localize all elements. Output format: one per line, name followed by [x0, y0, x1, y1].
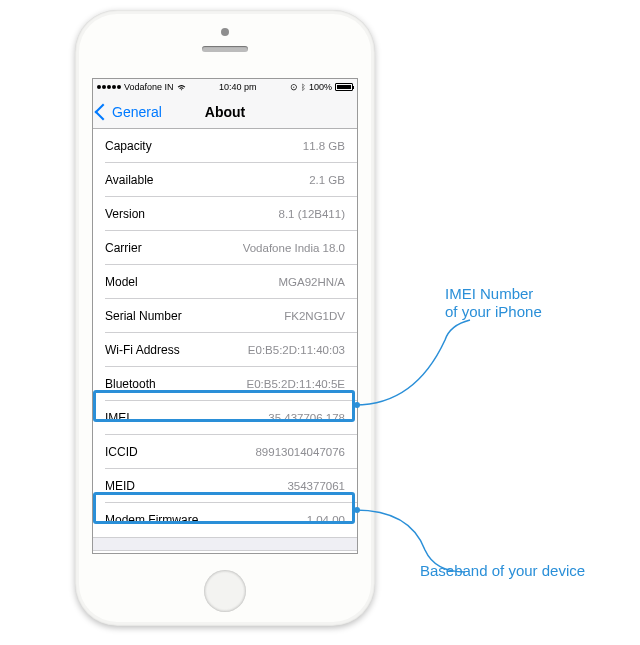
row-wi-fi-address[interactable]: Wi-Fi AddressE0:B5:2D:11:40:03: [93, 333, 357, 367]
row-label: Modem Firmware: [105, 513, 198, 527]
row-value: 2.1 GB: [309, 174, 345, 186]
annotation-baseband: Baseband of your device: [420, 562, 585, 580]
row-value: 8.1 (12B411): [279, 208, 346, 220]
row-carrier[interactable]: CarrierVodafone India 18.0: [93, 231, 357, 265]
battery-icon: [335, 83, 353, 91]
row-imei[interactable]: IMEI35 437706 178: [93, 401, 357, 435]
back-label: General: [112, 104, 162, 120]
clock: 10:40 pm: [219, 82, 257, 92]
seid-group: SEID: [93, 550, 357, 553]
carrier-label: Vodafone IN: [124, 82, 174, 92]
row-label: Bluetooth: [105, 377, 156, 391]
row-label: Capacity: [105, 139, 152, 153]
front-camera: [221, 28, 229, 36]
row-value: FK2NG1DV: [284, 310, 345, 322]
row-iccid[interactable]: ICCID89913014047076: [93, 435, 357, 469]
row-serial-number[interactable]: Serial NumberFK2NG1DV: [93, 299, 357, 333]
about-group: Capacity11.8 GBAvailable2.1 GBVersion8.1…: [93, 129, 357, 538]
row-seid[interactable]: SEID: [93, 551, 357, 553]
row-label: Version: [105, 207, 145, 221]
row-label: Wi-Fi Address: [105, 343, 180, 357]
row-modem-firmware[interactable]: Modem Firmware1.04.00: [93, 503, 357, 537]
row-value: 35 437706 178: [268, 412, 345, 424]
home-button[interactable]: [204, 570, 246, 612]
row-value: 11.8 GB: [303, 140, 345, 152]
row-label: Model: [105, 275, 138, 289]
back-button[interactable]: General: [93, 104, 162, 120]
battery-percent: 100%: [309, 82, 332, 92]
bluetooth-icon: ᛒ: [301, 83, 306, 92]
wifi-icon: [177, 83, 186, 92]
row-capacity[interactable]: Capacity11.8 GB: [93, 129, 357, 163]
row-bluetooth[interactable]: BluetoothE0:B5:2D:11:40:5E: [93, 367, 357, 401]
row-label: MEID: [105, 479, 135, 493]
row-value: E0:B5:2D:11:40:5E: [247, 378, 345, 390]
alarm-icon: ⊙: [290, 82, 298, 92]
row-value: 89913014047076: [255, 446, 345, 458]
row-value: E0:B5:2D:11:40:03: [248, 344, 345, 356]
settings-list[interactable]: Capacity11.8 GBAvailable2.1 GBVersion8.1…: [93, 129, 357, 553]
row-model[interactable]: ModelMGA92HN/A: [93, 265, 357, 299]
screen: Vodafone IN 10:40 pm ⊙ ᛒ 100% General Ab…: [92, 78, 358, 554]
row-available[interactable]: Available2.1 GB: [93, 163, 357, 197]
row-value: MGA92HN/A: [279, 276, 345, 288]
row-value: 354377061: [287, 480, 345, 492]
row-label: Available: [105, 173, 153, 187]
status-bar: Vodafone IN 10:40 pm ⊙ ᛒ 100%: [93, 79, 357, 95]
row-label: Serial Number: [105, 309, 182, 323]
row-label: Carrier: [105, 241, 142, 255]
annotation-imei: IMEI Number of your iPhone: [445, 285, 542, 321]
row-value: Vodafone India 18.0: [243, 242, 345, 254]
row-value: 1.04.00: [307, 514, 345, 526]
row-label: IMEI: [105, 411, 130, 425]
row-meid[interactable]: MEID354377061: [93, 469, 357, 503]
row-version[interactable]: Version8.1 (12B411): [93, 197, 357, 231]
nav-bar: General About: [93, 95, 357, 129]
page-title: About: [205, 104, 245, 120]
signal-dots-icon: [97, 85, 121, 89]
speaker-grille: [202, 46, 248, 52]
row-label: ICCID: [105, 445, 138, 459]
chevron-left-icon: [95, 103, 112, 120]
iphone-device-frame: Vodafone IN 10:40 pm ⊙ ᛒ 100% General Ab…: [75, 10, 375, 626]
